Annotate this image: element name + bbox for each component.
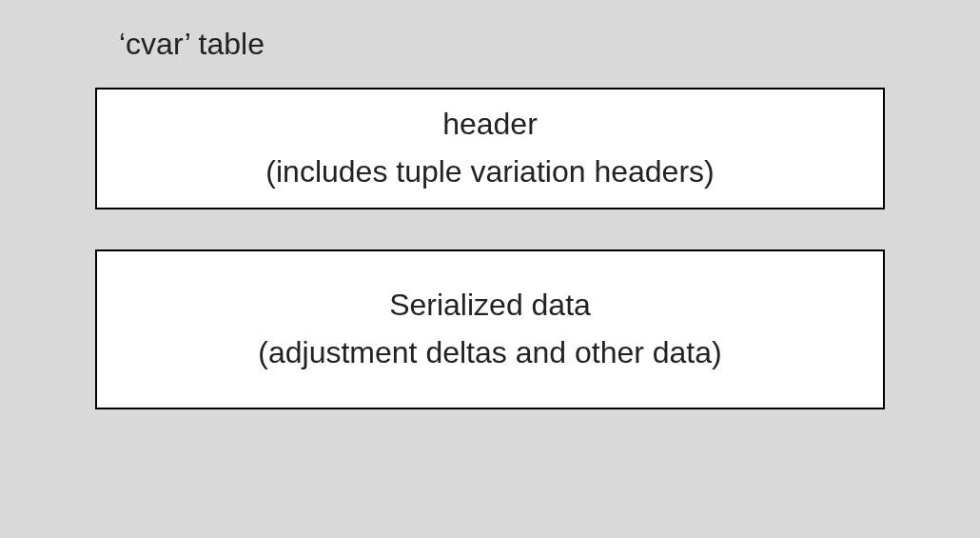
serialized-data-box: Serialized data (adjustment deltas and o… [95,249,885,409]
header-box-line1: header [442,101,538,149]
header-box-line2: (includes tuple variation headers) [265,149,714,196]
header-box: header (includes tuple variation headers… [95,88,885,209]
serialized-box-line2: (adjustment deltas and other data) [258,329,721,377]
diagram-title: ‘cvar’ table [119,27,265,62]
serialized-box-line1: Serialized data [389,282,591,329]
